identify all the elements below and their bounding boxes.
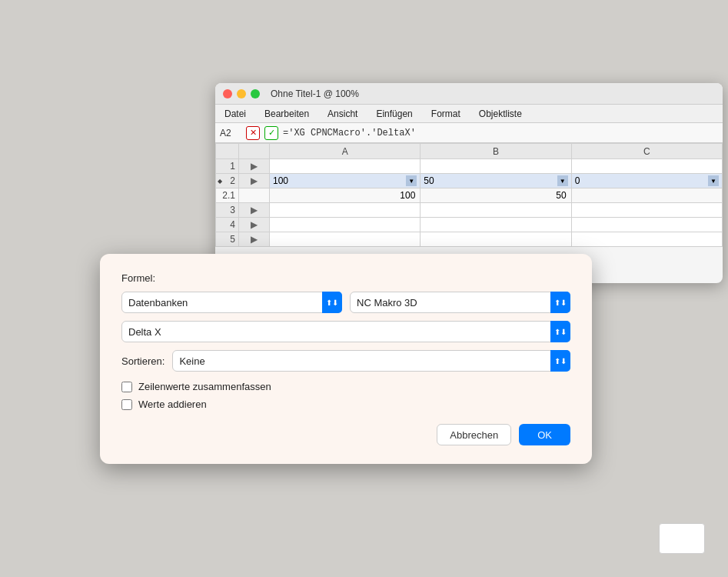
row-expand-5[interactable]: ▶: [239, 232, 270, 247]
checkbox-row-1: Zeilenwerte zusammenfassen: [121, 381, 570, 392]
cell-2c[interactable]: 0 ▼: [571, 174, 722, 188]
dialog-row-1: Datenbanken ⬆⬇ NC Makro 3D ⬆⬇: [121, 292, 570, 313]
cell-5c[interactable]: [571, 232, 722, 247]
grid-table: A B C 1 ▶ ◆ 2: [215, 143, 723, 247]
cell-21a[interactable]: 100: [270, 188, 421, 203]
col-header-expand: [239, 144, 270, 159]
sortieren-label: Sortieren:: [121, 355, 165, 367]
menu-einfuegen[interactable]: Einfügen: [373, 107, 415, 121]
row-num-1: 1: [216, 159, 239, 174]
row-expand-3[interactable]: ▶: [239, 203, 270, 218]
datenbanken-select-wrapper: Datenbanken ⬆⬇: [121, 292, 342, 313]
cell-3c[interactable]: [571, 203, 722, 218]
cell-2b[interactable]: 50 ▼: [421, 174, 571, 188]
dialog-row-2: Delta X ⬆⬇: [121, 321, 570, 342]
menu-datei[interactable]: Datei: [221, 107, 249, 121]
cell-reference: A2: [220, 128, 241, 138]
menu-bearbeiten[interactable]: Bearbeiten: [261, 107, 312, 121]
col-header-b[interactable]: B: [421, 144, 571, 159]
checkbox-row-2: Werte addieren: [121, 399, 570, 410]
col-header-a[interactable]: A: [270, 144, 421, 159]
window-title: Ohne Titel-1 @ 100%: [271, 88, 359, 99]
table-row: 4 ▶: [216, 218, 723, 232]
table-row-active: ◆ 2 ▶ 100 ▼ 50 ▼: [216, 174, 723, 188]
formula-bar: A2 ✕ ✓ ='XG CPNCMacro'.'DeltaX': [215, 123, 723, 143]
cell-1a[interactable]: [270, 159, 421, 174]
row-expand-2[interactable]: ▶: [239, 174, 270, 188]
row-expand-4[interactable]: ▶: [239, 218, 270, 232]
minimize-button[interactable]: [237, 89, 246, 98]
maximize-button[interactable]: [251, 89, 260, 98]
table-row: 5 ▶: [216, 232, 723, 247]
table-row-sub: 2.1 100 50: [216, 188, 723, 203]
close-button[interactable]: [223, 89, 232, 98]
delta-select[interactable]: Delta X: [121, 321, 570, 342]
menubar: Datei Bearbeiten Ansicht Einfügen Format…: [215, 105, 723, 123]
expand-arrow-icon: ▶: [251, 175, 258, 186]
corner-header: [216, 144, 239, 159]
cell-21b[interactable]: 50: [421, 188, 571, 203]
sortieren-row: Sortieren: Keine Aufsteigend Absteigend …: [121, 350, 570, 372]
cell-5a[interactable]: [270, 232, 421, 247]
formel-dialog: Formel: Datenbanken ⬆⬇ NC Makro 3D ⬆⬇ De…: [100, 254, 592, 464]
table-row: 3 ▶: [216, 203, 723, 218]
cell-1b[interactable]: [421, 159, 571, 174]
cell-dropdown-icon[interactable]: ▼: [406, 175, 417, 186]
sort-select-wrapper: Keine Aufsteigend Absteigend ⬆⬇: [172, 350, 570, 372]
row-expand-21: [239, 188, 270, 203]
expand-arrow-icon: ▶: [251, 205, 258, 215]
zeilenwerte-checkbox[interactable]: [121, 382, 132, 392]
row-num-2: ◆ 2: [216, 174, 239, 188]
formula-confirm-button[interactable]: ✓: [264, 126, 278, 140]
cancel-icon: ✕: [250, 128, 257, 138]
spreadsheet-window: Ohne Titel-1 @ 100% Datei Bearbeiten Ans…: [215, 83, 723, 283]
row-num-4: 4: [216, 218, 239, 232]
scroll-hint: [659, 523, 705, 554]
table-row: 1 ▶: [216, 159, 723, 174]
cell-2a[interactable]: 100 ▼: [270, 174, 421, 188]
werte-addieren-checkbox[interactable]: [121, 399, 132, 410]
ok-button[interactable]: OK: [519, 424, 570, 445]
cell-4a[interactable]: [270, 218, 421, 232]
row-expand-1[interactable]: ▶: [239, 159, 270, 174]
cell-3a[interactable]: [270, 203, 421, 218]
cell-dropdown-icon[interactable]: ▼: [557, 175, 568, 186]
expand-arrow-icon: ▶: [251, 234, 258, 245]
grid-container: A B C 1 ▶ ◆ 2: [215, 143, 723, 247]
cancel-button[interactable]: Abbrechen: [437, 424, 511, 445]
delta-select-wrapper: Delta X ⬆⬇: [121, 321, 570, 342]
dialog-buttons: Abbrechen OK: [121, 424, 570, 445]
menu-objektliste[interactable]: Objektliste: [476, 107, 525, 121]
nc-select-wrapper: NC Makro 3D ⬆⬇: [350, 292, 570, 313]
expand-arrow-icon: ▶: [251, 219, 258, 230]
cell-21c[interactable]: [571, 188, 722, 203]
cell-4b[interactable]: [421, 218, 571, 232]
window-titlebar: Ohne Titel-1 @ 100%: [215, 83, 723, 105]
cell-3b[interactable]: [421, 203, 571, 218]
datenbanken-select[interactable]: Datenbanken: [121, 292, 342, 313]
cell-4c[interactable]: [571, 218, 722, 232]
expand-arrow-icon: ▶: [251, 161, 258, 172]
sort-select[interactable]: Keine Aufsteigend Absteigend: [172, 350, 570, 372]
nc-select[interactable]: NC Makro 3D: [350, 292, 570, 313]
cell-5b[interactable]: [421, 232, 571, 247]
cell-dropdown-icon[interactable]: ▼: [708, 175, 719, 186]
formula-cancel-button[interactable]: ✕: [246, 126, 260, 140]
row-num-3: 3: [216, 203, 239, 218]
menu-ansicht[interactable]: Ansicht: [324, 107, 361, 121]
cell-1c[interactable]: [571, 159, 722, 174]
menu-format[interactable]: Format: [428, 107, 464, 121]
row-num-21: 2.1: [216, 188, 239, 203]
col-header-c[interactable]: C: [571, 144, 722, 159]
formel-label: Formel:: [121, 272, 570, 284]
row-num-5: 5: [216, 232, 239, 247]
formula-text: ='XG CPNCMacro'.'DeltaX': [283, 128, 718, 138]
confirm-icon: ✓: [268, 128, 275, 138]
zeilenwerte-label[interactable]: Zeilenwerte zusammenfassen: [138, 381, 271, 392]
werte-addieren-label[interactable]: Werte addieren: [138, 399, 207, 410]
